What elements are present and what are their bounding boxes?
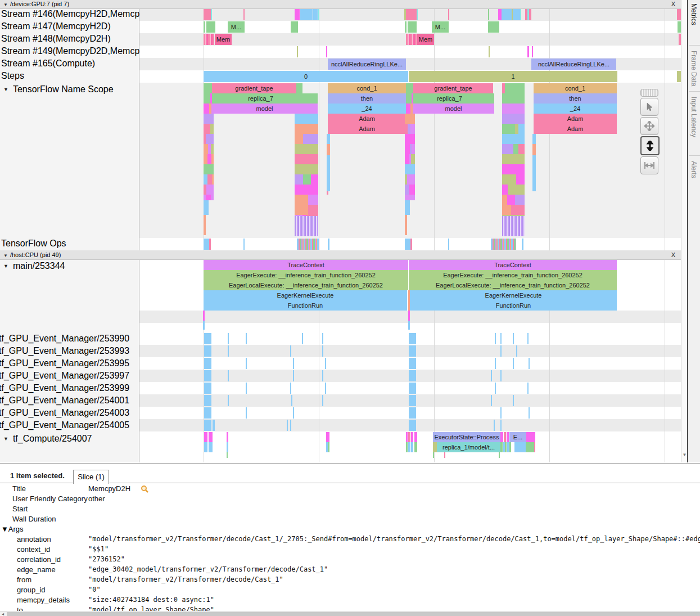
close-cpu-button[interactable]: X [671, 250, 675, 259]
trace-slice[interactable] [405, 195, 415, 200]
trace-slice[interactable] [408, 311, 410, 321]
trace-slice[interactable] [414, 442, 417, 452]
trace-slice[interactable] [500, 432, 503, 442]
magnifier-icon[interactable] [141, 485, 148, 493]
trace-slice[interactable] [409, 185, 415, 195]
trace-slice[interactable] [246, 383, 247, 394]
trace-slice[interactable]: Mem [417, 34, 434, 45]
trace-slice[interactable] [246, 333, 247, 344]
trace-slice[interactable] [502, 9, 512, 20]
trace-slice[interactable] [293, 370, 294, 381]
trace-slice[interactable] [295, 9, 300, 20]
trace-slice[interactable] [518, 144, 525, 154]
trace-slice[interactable] [327, 134, 330, 144]
trace-slice[interactable] [204, 83, 212, 93]
collapse-gpu-icon[interactable]: ▼ [3, 2, 8, 7]
trace-slice[interactable] [500, 370, 502, 381]
trace-slice[interactable] [502, 174, 516, 185]
trace-slice[interactable] [408, 321, 410, 330]
trace-slice[interactable] [227, 432, 228, 442]
trace-slice[interactable] [407, 174, 415, 185]
trace-slice[interactable] [491, 395, 492, 406]
trace-slice[interactable] [204, 358, 211, 369]
trace-slice[interactable]: ncclAllReduceRingLLKe... [328, 59, 406, 70]
trace-slice[interactable] [313, 9, 318, 20]
trace-slice[interactable]: FunctionRun [204, 300, 407, 311]
trace-slice[interactable] [326, 46, 327, 57]
trace-slice[interactable] [311, 174, 318, 185]
trace-slice[interactable] [405, 200, 410, 215]
trace-slice[interactable]: model [413, 104, 494, 114]
trace-slice[interactable] [518, 124, 525, 134]
timing-tool-button[interactable] [640, 156, 658, 174]
trace-slice[interactable] [502, 93, 525, 104]
trace-slice[interactable] [409, 407, 416, 419]
trace-slice[interactable] [411, 442, 413, 452]
pan-tool-button[interactable] [640, 117, 658, 135]
trace-slice[interactable] [318, 9, 319, 20]
trace-slice[interactable] [514, 442, 526, 452]
trace-slice[interactable]: cond_1 [328, 83, 406, 93]
trace-slice[interactable] [209, 442, 213, 452]
trace-slice[interactable] [322, 345, 323, 357]
horizontal-scroll-thumb[interactable] [7, 612, 700, 616]
trace-slice[interactable] [246, 358, 247, 369]
trace-slice[interactable] [405, 164, 415, 174]
trace-slice[interactable] [410, 239, 412, 250]
trace-slice[interactable] [526, 442, 534, 452]
collapse-track-icon[interactable]: ▼ [3, 87, 8, 92]
trace-slice[interactable]: then [534, 93, 617, 104]
trace-slice[interactable] [511, 205, 525, 215]
trace-slice[interactable] [243, 9, 245, 20]
trace-slice[interactable] [488, 21, 499, 33]
trace-slice[interactable] [322, 370, 323, 381]
scroll-left-arrow-icon[interactable]: ◄ [0, 611, 6, 616]
trace-slice[interactable] [677, 71, 681, 82]
trace-slice[interactable] [291, 395, 292, 406]
trace-slice[interactable] [488, 9, 489, 20]
trace-slice[interactable] [502, 226, 525, 236]
trace-slice[interactable] [325, 358, 326, 369]
trace-slice[interactable] [495, 358, 496, 369]
trace-slice[interactable] [409, 333, 416, 344]
trace-slice[interactable] [295, 226, 318, 236]
trace-slice[interactable] [513, 395, 514, 406]
trace-slice[interactable] [534, 442, 535, 452]
trace-slice[interactable] [504, 432, 506, 442]
trace-slice[interactable] [410, 124, 415, 134]
side-tab-frame-data[interactable]: Frame Data [690, 51, 698, 86]
trace-slice[interactable] [509, 442, 511, 452]
trace-slice[interactable] [433, 442, 437, 452]
trace-slice[interactable] [295, 124, 318, 134]
trace-slice[interactable] [513, 144, 518, 154]
trace-slice[interactable] [500, 345, 502, 357]
trace-slice[interactable]: replica_1/model/t... [437, 442, 500, 452]
trace-slice[interactable] [206, 134, 214, 144]
trace-slice[interactable]: ExecutorState::Process [433, 432, 500, 442]
trace-slice[interactable] [295, 164, 318, 174]
trace-slice[interactable] [325, 383, 326, 394]
trace-slice[interactable]: EagerExecute: __inference_train_function… [409, 270, 617, 280]
trace-slice[interactable] [405, 154, 409, 164]
trace-slice[interactable] [502, 134, 525, 144]
side-tab-input-latency[interactable]: Input Latency [690, 97, 698, 137]
trace-slice[interactable] [409, 383, 416, 394]
trace-slice[interactable] [243, 239, 245, 250]
side-tab-metrics[interactable]: Metrics [690, 3, 698, 25]
trace-slice[interactable] [204, 200, 209, 215]
trace-slice[interactable] [295, 216, 318, 226]
trace-slice[interactable] [491, 370, 492, 381]
trace-slice[interactable] [204, 333, 211, 344]
cursor-tool-button[interactable] [640, 98, 658, 116]
collapse-track-icon[interactable]: ▼ [3, 436, 8, 442]
trace-slice[interactable] [206, 185, 214, 195]
trace-slice[interactable] [491, 239, 516, 250]
trace-slice[interactable]: Adam [534, 114, 617, 124]
trace-slice[interactable] [408, 21, 417, 33]
trace-slice[interactable] [327, 144, 330, 155]
trace-slice[interactable] [297, 46, 298, 57]
trace-slice[interactable] [290, 383, 291, 394]
trace-slice[interactable] [502, 195, 507, 205]
trace-slice[interactable] [204, 164, 214, 174]
trace-slice[interactable] [409, 420, 416, 431]
